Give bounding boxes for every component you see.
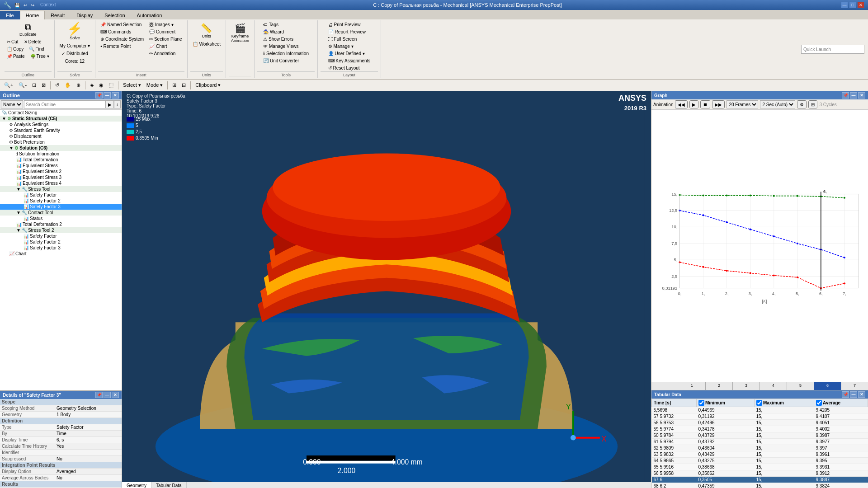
btn-tree[interactable]: 🌳Tree ▾ [28, 53, 52, 60]
timeline-tick-1[interactable]: 1 [679, 382, 706, 390]
tree-item-sf2-2[interactable]: 📊 Safety Factor 2 [0, 239, 122, 245]
rotate-btn[interactable]: ↺ [53, 81, 61, 89]
btn-distributed[interactable]: ✓ Distributed [59, 50, 90, 57]
tabular-pin-btn[interactable]: 📌 [842, 391, 849, 398]
anim-grid-btn[interactable]: ⊞ [808, 100, 817, 108]
mesh-show-btn[interactable]: ⊞ [170, 81, 179, 89]
tab-geometry[interactable]: Geometry [122, 482, 151, 488]
select-dropdown-btn[interactable]: Select ▾ [121, 81, 143, 89]
timeline-tick-2[interactable]: 2 [706, 382, 733, 390]
tree-item-equiv-stress-2[interactable]: 📊 Equivalent Stress 2 [0, 169, 122, 174]
tree-item-displacement[interactable]: ⚙ Displacement [0, 133, 122, 139]
outline-pin-btn[interactable]: 📌 [95, 92, 103, 99]
details-pin-btn[interactable]: 📌 [95, 392, 103, 398]
btn-coordinate-system[interactable]: ⊕ Coordinate System [98, 36, 146, 42]
btn-manage-views[interactable]: 👁 Manage Views [261, 43, 311, 50]
tree-item-stress-tool[interactable]: ▼ 🔧 Stress Tool [0, 186, 122, 192]
frames-select[interactable]: 20 Frames [726, 100, 758, 108]
tabular-row[interactable]: 65 5,99160,3866815,9,3931 [652, 464, 868, 470]
btn-worksheet[interactable]: 📋 Worksheet [190, 41, 223, 47]
btn-print-preview[interactable]: 🖨 Print Preview [326, 21, 373, 28]
tabular-row[interactable]: 63 5,98320,4342915,9,3961 [652, 451, 868, 458]
close-btn[interactable]: ✕ [857, 2, 864, 8]
anim-play-btn[interactable]: ▶ [689, 100, 698, 108]
details-min-btn[interactable]: — [104, 392, 111, 398]
tab-result[interactable]: Result [45, 11, 71, 19]
btn-find[interactable]: 🔍Find [27, 46, 46, 52]
tabular-row[interactable]: 66 5,99580,3586215,9,3912 [652, 470, 868, 477]
tree-item-total-deformation-2[interactable]: 📊 Total Deformation 2 [0, 221, 122, 227]
tabular-min-btn[interactable]: — [850, 391, 857, 398]
btn-annotation[interactable]: ✏ Annotation [147, 50, 184, 57]
tree-item-chart[interactable]: 📈 Chart [0, 251, 122, 257]
timeline-tick-4[interactable]: 4 [760, 382, 787, 390]
tree-item-static-structural[interactable]: ▼ ⚙ Static Structural (C5) [0, 116, 122, 122]
tree-item-safety-factor-1[interactable]: 📊 Safety Factor [0, 192, 122, 198]
tabular-row[interactable]: 68 6,20,4735915,9,3824 [652, 483, 868, 488]
tree-item-equiv-stress-3[interactable]: 📊 Equivalent Stress 3 [0, 174, 122, 180]
tabular-row[interactable]: 60 5,97840,4372915,9,3987 [652, 432, 868, 439]
btn-paste[interactable]: 📌Paste [5, 53, 27, 60]
tree-item-equiv-stress-4[interactable]: 📊 Equivalent Stress 4 [0, 180, 122, 186]
view-front-btn[interactable]: ◉ [97, 81, 106, 89]
anim-stop-btn[interactable]: ⏹ [700, 100, 710, 108]
zoom-box-btn[interactable]: ⊠ [39, 81, 48, 89]
tab-automation[interactable]: Automation [131, 11, 168, 19]
btn-report-preview[interactable]: 📄 Report Preview [326, 28, 373, 35]
tabular-row[interactable]: 57 5,97320,3119215,9,4107 [652, 413, 868, 420]
graph-close-btn[interactable]: ✕ [858, 92, 865, 99]
tree-item-contact-tool[interactable]: ▼ 🔧 Contact Tool [0, 210, 122, 216]
btn-wizard[interactable]: 🧙 Wizard [261, 28, 311, 35]
tabular-row[interactable]: 67 6,0,350515,9,3887 [652, 477, 868, 483]
view-iso-btn[interactable]: ◈ [88, 81, 96, 89]
btn-solve[interactable]: ⚡ Solve [65, 21, 85, 42]
col-minimum[interactable]: Minimum [696, 399, 754, 407]
btn-unit-converter[interactable]: 🔄 Unit Converter [261, 57, 311, 64]
btn-cut[interactable]: ✂Cut [5, 38, 21, 45]
tabular-row[interactable]: 58 5,97530,4249615,9,4051 [652, 420, 868, 426]
btn-keyframe-animation[interactable]: 🎬 KeyframeAnimation [229, 21, 251, 44]
zoom-out-btn[interactable]: 🔍- [16, 81, 29, 89]
tabular-row[interactable]: 5,56980,4496915,9,4205 [652, 407, 868, 413]
timeline-tick-3[interactable]: 3 [733, 382, 760, 390]
tree-item-equiv-stress[interactable]: 📊 Equivalent Stress [0, 163, 122, 169]
tab-display[interactable]: Display [71, 11, 99, 19]
qa-save[interactable]: 💾 [13, 2, 21, 8]
tab-home[interactable]: Home [20, 11, 45, 19]
btn-images[interactable]: 🖼 Images ▾ [147, 21, 184, 28]
btn-duplicate[interactable]: ⧉ Duplicate [5, 21, 52, 38]
tab-tabular-data[interactable]: Tabular Data [151, 482, 187, 488]
outline-sort-btn[interactable]: ↕ [114, 100, 121, 108]
zoom-fit-btn[interactable]: ⊡ [30, 81, 38, 89]
tree-item-sf2-1[interactable]: 📊 Safety Factor [0, 233, 122, 239]
outline-search-input[interactable] [24, 100, 106, 108]
tabular-row[interactable]: 61 5,97940,4378215,9,3977 [652, 439, 868, 445]
btn-comment[interactable]: 💬 Comment [147, 28, 184, 35]
tree-item-bolt-pretension[interactable]: ⚙ Bolt Pretension [0, 139, 122, 145]
btn-delete[interactable]: ✕Delete [22, 38, 44, 45]
clipboard-dropdown-btn[interactable]: Clipboard ▾ [193, 81, 223, 89]
col-average[interactable]: Average [814, 399, 868, 407]
tree-item-safety-factor-3[interactable]: 📊 Safety Factor 3 [0, 204, 122, 210]
graph-pin-btn[interactable]: 📌 [842, 92, 849, 99]
qa-undo[interactable]: ↩ [22, 2, 28, 8]
qa-redo[interactable]: ↪ [29, 2, 36, 8]
mode-dropdown-btn[interactable]: Mode ▾ [144, 81, 165, 89]
check-maximum[interactable] [756, 400, 762, 406]
btn-chart[interactable]: 📈 Chart [147, 43, 184, 50]
minimize-btn[interactable]: — [841, 2, 848, 8]
graph-min-btn[interactable]: — [850, 92, 857, 99]
mesh-hide-btn[interactable]: ⊟ [179, 81, 188, 89]
restore-btn[interactable]: □ [849, 2, 856, 8]
btn-cores[interactable]: Cores: 12 [63, 58, 87, 65]
btn-user-defined[interactable]: 👤 User Defined ▾ [326, 50, 373, 57]
col-maximum[interactable]: Maximum [754, 399, 814, 407]
tree-item-gravity[interactable]: ⚙ Standard Earth Gravity [0, 127, 122, 133]
btn-selection-info[interactable]: ℹ Selection Information [261, 50, 311, 57]
timeline-tick-7[interactable]: 7 [841, 382, 868, 390]
timeline-tick-5[interactable]: 5 [787, 382, 814, 390]
tree-item-safety-factor-2[interactable]: 📊 Safety Factor 2 [0, 198, 122, 204]
btn-reset-layout[interactable]: ↺ Reset Layout [326, 65, 373, 71]
details-close-btn[interactable]: ✕ [112, 392, 119, 398]
tabular-row[interactable]: 64 5,98650,4327515,9,395 [652, 458, 868, 464]
